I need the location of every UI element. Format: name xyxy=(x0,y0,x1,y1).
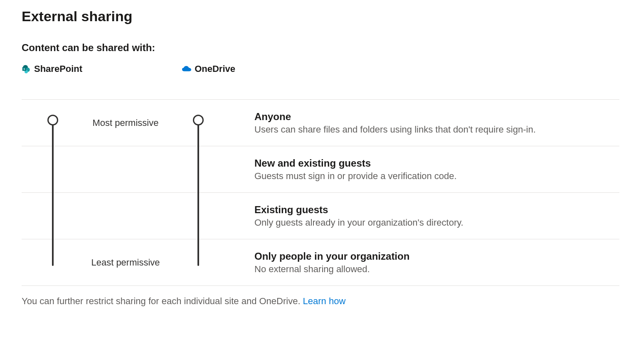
slider-row-0: Most permissive Anyone Users can share f… xyxy=(22,100,619,146)
service-label-sharepoint: SharePoint xyxy=(34,64,82,74)
level-description-existing-guests: Only guests already in your organization… xyxy=(254,217,619,228)
slider-row-3: Least permissive Only people in your org… xyxy=(22,239,619,286)
slider-handle-sharepoint[interactable] xyxy=(47,115,58,125)
level-title-new-guests: New and existing guests xyxy=(254,157,619,169)
level-description-org-only: No external sharing allowed. xyxy=(254,264,619,275)
svg-text:S: S xyxy=(24,68,25,70)
level-title-existing-guests: Existing guests xyxy=(254,204,619,216)
footer-message: You can further restrict sharing for eac… xyxy=(22,296,301,307)
level-desc-1: New and existing guests Guests must sign… xyxy=(229,146,619,192)
level-desc-2: Existing guests Only guests already in y… xyxy=(229,193,619,239)
slider-row-1: New and existing guests Guests must sign… xyxy=(22,146,619,193)
footer-text: You can further restrict sharing for eac… xyxy=(22,296,619,307)
slider-row-2: Existing guests Only guests already in y… xyxy=(22,193,619,239)
service-row: S SharePoint OneDrive xyxy=(22,64,619,74)
sharepoint-icon: S xyxy=(22,64,31,74)
onedrive-icon xyxy=(182,64,191,74)
learn-how-link[interactable]: Learn how xyxy=(303,296,346,307)
page-subtitle: Content can be shared with: xyxy=(22,42,619,54)
service-label-onedrive: OneDrive xyxy=(195,64,235,74)
slider-bottom-label: Least permissive xyxy=(84,239,167,285)
slider-section: Most permissive Anyone Users can share f… xyxy=(22,99,619,286)
level-title-anyone: Anyone xyxy=(254,111,619,123)
slider-top-label: Most permissive xyxy=(84,100,167,146)
slider-handle-onedrive[interactable] xyxy=(193,115,204,125)
service-onedrive: OneDrive xyxy=(182,64,235,74)
page-title: External sharing xyxy=(22,8,619,25)
slider-onedrive-column xyxy=(167,100,229,146)
level-description-anyone: Users can share files and folders using … xyxy=(254,124,619,135)
level-desc-0: Anyone Users can share files and folders… xyxy=(229,100,619,146)
level-title-org-only: Only people in your organization xyxy=(254,251,619,262)
level-description-new-guests: Guests must sign in or provide a verific… xyxy=(254,171,619,182)
slider-sharepoint-column xyxy=(22,100,84,146)
service-sharepoint: S SharePoint xyxy=(22,64,82,74)
level-desc-3: Only people in your organization No exte… xyxy=(229,239,619,285)
